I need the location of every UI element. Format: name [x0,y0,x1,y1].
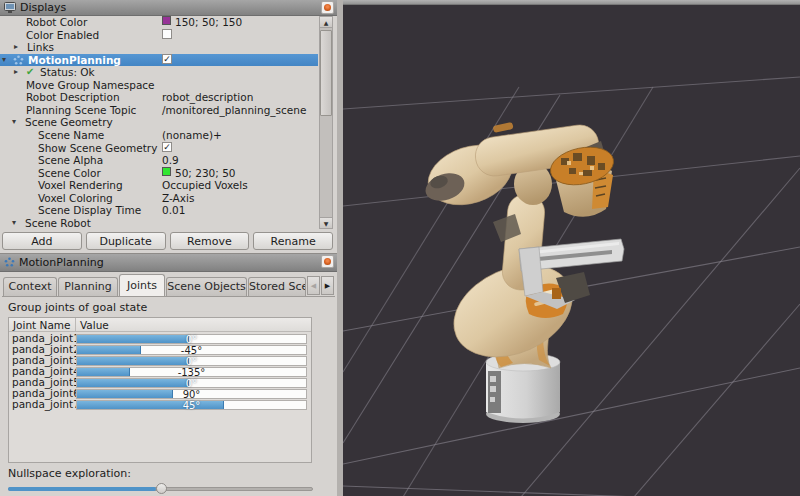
joint-slider-panda-joint5[interactable]: 0° [76,378,307,388]
tab-stored-scene[interactable]: Stored Scene [248,277,306,296]
color-swatch[interactable] [162,16,171,25]
display-row-motionplanning[interactable]: ▾MotionPlanning✓ [0,54,318,67]
joint-value: 45° [77,400,306,411]
3d-scene [343,0,800,496]
displays-titlebar: Displays [0,0,337,16]
joint-value: -45° [77,345,306,356]
joint-slider-panda-joint3[interactable]: 0° [76,356,307,366]
scrollbar-up-icon[interactable]: ▲ [320,17,332,28]
motionplanning-panel-title: MotionPlanning [19,256,104,269]
remove-button[interactable]: Remove [170,232,250,250]
joint-slider-panda-joint7[interactable]: 45° [76,400,307,410]
display-row-color-enabled[interactable]: Color Enabled [0,29,318,42]
motionplanning-panel: MotionPlanning ◀ ▶ ContextPlanningJoints… [0,253,337,496]
displays-monitor-icon [4,2,16,13]
nullspace-slider[interactable] [8,482,313,495]
nullspace-exploration-label: Nullspace exploration: [8,467,131,480]
color-swatch[interactable] [162,167,171,176]
display-row-links[interactable]: ▸Links [0,41,318,54]
displays-panel-title: Displays [20,1,66,14]
property-value[interactable]: robot_description [162,91,253,104]
column-divider [75,318,76,332]
checkbox[interactable]: ✓ [162,54,172,64]
property-label: Robot Color [26,16,87,29]
displays-scrollbar[interactable]: ▲ ▼ [319,16,333,229]
expand-arrow-icon[interactable]: ▾ [12,217,16,229]
joint-value: 0° [77,378,306,389]
3d-viewport[interactable] [343,0,800,496]
grid-line [521,168,800,496]
scrollbar-thumb[interactable] [320,30,332,116]
property-label: Scene Geometry [25,116,113,129]
property-value[interactable]: 0.01 [162,204,185,217]
property-value[interactable]: 0.9 [162,154,179,167]
motionplanning-titlebar: MotionPlanning [0,254,337,272]
joint-value: -135° [77,367,306,378]
display-row-move-group-namespace[interactable]: Move Group Namespace [0,79,318,92]
checkbox[interactable] [162,29,172,39]
close-icon [324,4,331,11]
property-label: Scene Robot [25,217,91,229]
property-value[interactable]: 50; 230; 50 [175,167,236,180]
display-row-robot-color[interactable]: Robot Color150; 50; 150 [0,16,318,29]
property-label: Show Scene Geometry [38,142,157,155]
close-icon [324,258,331,265]
display-row-planning-scene-topic[interactable]: Planning Scene Topic/monitored_planning_… [0,104,318,117]
display-row-scene-alpha[interactable]: Scene Alpha0.9 [0,154,318,167]
joint-slider-panda-joint4[interactable]: -135° [76,367,307,377]
status-ok-check-icon: ✔ [26,66,34,79]
tab-planning[interactable]: Planning [58,277,118,296]
display-row-scene-geometry[interactable]: ▾Scene Geometry [0,116,318,129]
slider-handle[interactable] [156,483,167,494]
property-value[interactable]: Occupied Voxels [162,179,248,192]
collapse-arrow-icon[interactable]: ▸ [14,66,18,79]
property-label: Color Enabled [26,29,99,42]
property-label: Robot Description [26,91,120,104]
display-row-robot-description[interactable]: Robot Descriptionrobot_description [0,91,318,104]
property-label: Scene Alpha [38,154,103,167]
duplicate-button[interactable]: Duplicate [86,232,166,250]
display-row-voxel-coloring[interactable]: Voxel ColoringZ-Axis [0,192,318,205]
property-value[interactable]: /monitored_planning_scene [162,104,306,117]
display-row-scene-display-time[interactable]: Scene Display Time0.01 [0,204,318,217]
scrollbar-down-icon[interactable]: ▼ [320,217,332,228]
display-row-show-scene-geometry[interactable]: Show Scene Geometry✓ [0,142,318,155]
property-label: MotionPlanning [28,54,121,67]
expand-arrow-icon[interactable]: ▾ [2,54,6,67]
property-label: Status: Ok [40,66,95,79]
rviz-window: Displays Robot Color150; 50; 150Color En… [0,0,800,496]
motionplanning-close-button[interactable] [321,255,334,268]
group-joints-label: Group joints of goal state [8,301,147,314]
add-button[interactable]: Add [2,232,82,250]
displays-property-tree: Robot Color150; 50; 150Color Enabled▸Lin… [0,16,318,229]
display-row-voxel-rendering[interactable]: Voxel RenderingOccupied Voxels [0,179,318,192]
property-value[interactable]: Z-Axis [162,192,194,205]
display-row-scene-color[interactable]: Scene Color50; 230; 50 [0,167,318,180]
display-row-scene-robot[interactable]: ▾Scene Robot [0,217,318,229]
joint-slider-panda-joint2[interactable]: -45° [76,345,307,355]
tab-joints[interactable]: Joints [119,274,165,296]
rename-button[interactable]: Rename [253,232,333,250]
property-value[interactable]: 150; 50; 150 [175,16,242,29]
joint-value: 0° [77,356,306,367]
joint-name: panda_joint7 [12,399,80,410]
expand-arrow-icon[interactable]: ▾ [12,116,16,129]
property-label: Scene Color [38,167,101,180]
grid-line [343,368,800,464]
collapse-arrow-icon[interactable]: ▸ [14,41,18,54]
grid-line [343,486,800,496]
tab-context[interactable]: Context [3,277,57,296]
display-row-status-ok[interactable]: ▸✔Status: Ok [0,66,318,79]
tab-scene-objects[interactable]: Scene Objects [166,277,247,296]
checkbox[interactable]: ✓ [162,142,172,152]
property-value[interactable]: (noname)+ [162,129,222,142]
joint-slider-panda-joint6[interactable]: 90° [76,389,307,399]
joint-slider-panda-joint1[interactable]: 0° [76,334,307,344]
property-label: Links [27,41,54,54]
display-row-scene-name[interactable]: Scene Name(noname)+ [0,129,318,142]
tab-scroll-right-button[interactable]: ▶ [321,276,334,295]
displays-close-button[interactable] [321,1,334,14]
grid-line [343,77,800,109]
tab-scroll-left-button[interactable]: ◀ [307,276,320,295]
displays-panel: Displays Robot Color150; 50; 150Color En… [0,0,337,252]
